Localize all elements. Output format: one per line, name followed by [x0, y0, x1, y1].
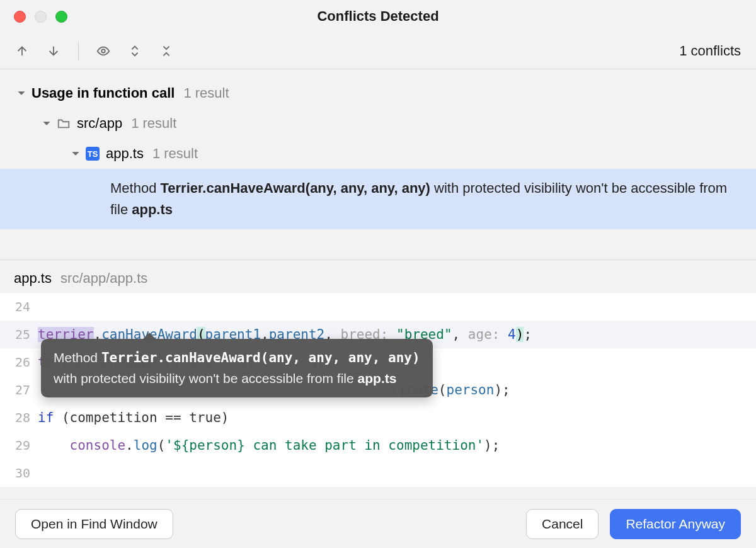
svg-point-0 — [101, 49, 105, 53]
conflict-item[interactable]: Method Terrier.canHaveAward(any, any, an… — [0, 169, 756, 229]
titlebar: Conflicts Detected — [0, 0, 756, 33]
dialog-window: Conflicts Detected 1 conflicts — [0, 0, 756, 548]
tooltip-arrow — [142, 333, 157, 340]
gutter-line-number: 26 — [0, 355, 38, 370]
gutter-line-number: 24 — [0, 299, 38, 314]
prev-occurrence-button[interactable] — [11, 40, 33, 62]
preview-toggle-button[interactable] — [93, 40, 114, 62]
tree-file-label: app.ts — [106, 146, 144, 162]
conflict-count: 1 conflicts — [679, 43, 741, 59]
arrow-up-icon — [15, 44, 29, 58]
code-content: if (competition == true) — [38, 410, 229, 425]
folder-icon — [57, 117, 71, 130]
toolbar-separator — [78, 42, 79, 60]
code-content: console.log('${person} can take part in … — [38, 438, 500, 453]
expand-collapse-button[interactable] — [124, 40, 146, 62]
toolbar-left-group — [11, 40, 177, 62]
chevron-down-icon — [40, 119, 53, 128]
dialog-footer: Open in Find Window Cancel Refactor Anyw… — [0, 499, 756, 548]
code-preview[interactable]: 24 25 terrier.canHaveAward(parent1,paren… — [0, 293, 756, 487]
code-line: 28 if (competition == true) — [0, 404, 756, 431]
gutter-line-number: 28 — [0, 410, 38, 425]
chevron-down-icon — [69, 149, 82, 158]
tooltip-text-suffix: with protected visibility won't be acces… — [54, 371, 358, 385]
gutter-line-number: 30 — [0, 465, 38, 481]
typescript-file-icon: TS — [86, 147, 100, 161]
open-in-find-window-button[interactable]: Open in Find Window — [15, 509, 173, 539]
preview-file-path: src/app/app.ts — [60, 270, 147, 286]
tree-group-row[interactable]: Usage in function call 1 result — [0, 78, 756, 108]
tree-file-count: 1 result — [152, 146, 198, 162]
gutter-line-number: 27 — [0, 382, 38, 397]
window-title: Conflicts Detected — [0, 8, 756, 25]
tree-file-row[interactable]: TS app.ts 1 result — [0, 139, 756, 169]
toolbar: 1 conflicts — [0, 33, 756, 69]
preview-file-name: app.ts — [14, 270, 52, 286]
tooltip-file-name: app.ts — [358, 371, 397, 385]
conflict-text-prefix: Method — [110, 180, 161, 196]
cancel-button[interactable]: Cancel — [526, 509, 598, 539]
arrow-down-icon — [47, 44, 60, 58]
conflicts-tree: Usage in function call 1 result src/app … — [0, 69, 756, 243]
tooltip-method-signature: Terrier.canHaveAward(any, any, any, any) — [101, 350, 420, 365]
gutter-line-number: 29 — [0, 438, 38, 453]
tree-group-count: 1 result — [183, 85, 229, 101]
tree-folder-label: src/app — [77, 115, 122, 132]
conflict-method-signature: Terrier.canHaveAward(any, any, any, any) — [161, 180, 430, 196]
tree-folder-count: 1 result — [131, 115, 176, 132]
code-line: 24 — [0, 293, 756, 321]
refactor-anyway-button[interactable]: Refactor Anyway — [610, 509, 741, 539]
preview-header: app.ts src/app/app.ts — [0, 260, 756, 293]
chevrons-collapse-icon — [159, 44, 173, 58]
gutter-line-number: 25 — [0, 327, 38, 342]
tree-folder-row[interactable]: src/app 1 result — [0, 108, 756, 139]
code-line: 30 — [0, 459, 756, 487]
tooltip-text-prefix: Method — [54, 350, 101, 365]
collapse-all-button[interactable] — [156, 40, 177, 62]
eye-icon — [96, 44, 110, 58]
conflict-file-name: app.ts — [132, 202, 173, 217]
chevron-down-icon — [15, 89, 28, 98]
next-occurrence-button[interactable] — [43, 40, 64, 62]
chevrons-vertical-icon — [128, 44, 142, 58]
tree-group-label: Usage in function call — [32, 85, 175, 101]
conflict-tooltip: Method Terrier.canHaveAward(any, any, an… — [41, 339, 433, 397]
code-line: 29 console.log('${person} can take part … — [0, 431, 756, 459]
